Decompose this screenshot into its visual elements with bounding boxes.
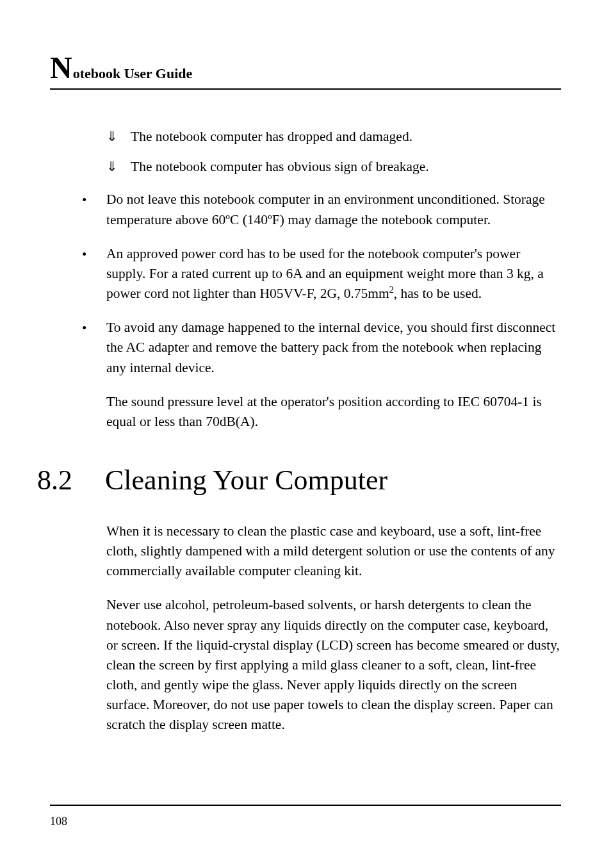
section-title: Cleaning Your Computer [105, 460, 387, 501]
list-item: • An approved power cord has to be used … [82, 244, 560, 304]
running-header: N otebook User Guide [50, 53, 561, 90]
body-paragraph: When it is necessary to clean the plasti… [106, 521, 560, 582]
page-number: 108 [50, 815, 561, 828]
list-item: ⇓ The notebook computer has obvious sign… [106, 157, 560, 177]
bullet-icon: • [82, 245, 106, 305]
text-fragment: , has to be used. [394, 286, 482, 301]
section-number: 8.2 [37, 460, 105, 501]
list-item: • To avoid any damage happened to the in… [82, 318, 560, 378]
bullet-icon: • [82, 190, 106, 230]
list-item-text: Do not leave this notebook computer in a… [106, 190, 560, 229]
list-item: • Do not leave this notebook computer in… [82, 190, 560, 229]
list-item: ⇓ The notebook computer has dropped and … [106, 127, 560, 147]
double-arrow-list: ⇓ The notebook computer has dropped and … [106, 127, 560, 177]
bullet-list: • Do not leave this notebook computer in… [106, 190, 560, 377]
list-item-text: The notebook computer has dropped and da… [131, 127, 412, 147]
body-paragraph: The sound pressure level at the operator… [106, 392, 560, 432]
footer-rule [50, 805, 561, 806]
sub-list-block: ⇓ The notebook computer has dropped and … [106, 127, 560, 177]
list-item-text: An approved power cord has to be used fo… [106, 244, 560, 304]
list-item-text: The notebook computer has obvious sign o… [131, 157, 429, 177]
double-down-arrow-icon: ⇓ [106, 157, 131, 177]
running-header-text: otebook User Guide [73, 65, 193, 82]
page-content: ⇓ The notebook computer has dropped and … [50, 127, 561, 735]
bullet-icon: • [82, 318, 106, 379]
page-footer: 108 [50, 805, 561, 828]
double-down-arrow-icon: ⇓ [106, 127, 131, 147]
running-header-initial: N [50, 53, 72, 83]
superscript: 2 [389, 285, 394, 295]
body-paragraph: Never use alcohol, petroleum-based solve… [106, 595, 560, 735]
list-item-text: To avoid any damage happened to the inte… [106, 318, 560, 378]
section-heading: 8.2 Cleaning Your Computer [37, 460, 561, 501]
